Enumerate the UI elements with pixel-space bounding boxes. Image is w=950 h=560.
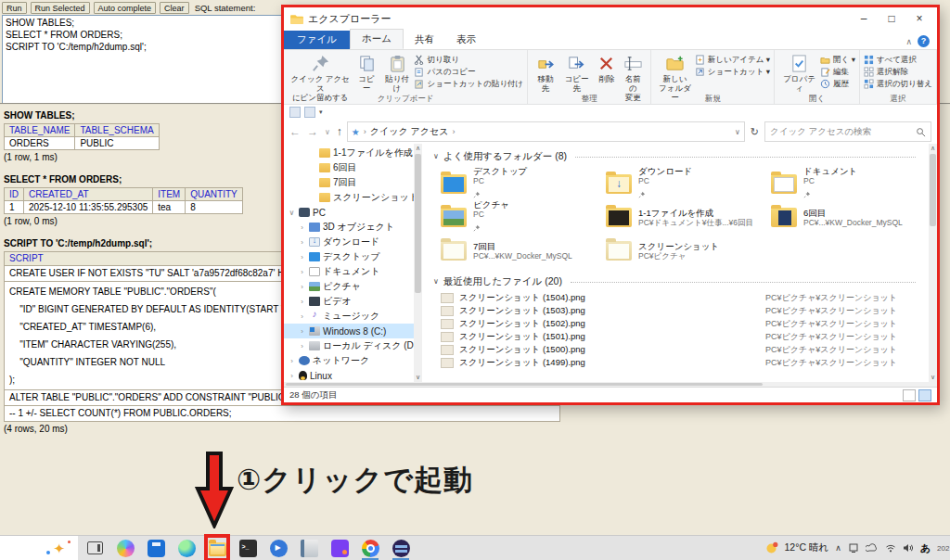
up-button[interactable]: ↑ bbox=[335, 125, 344, 138]
sidebar-item[interactable]: ›Windows 8 (C:) bbox=[284, 324, 414, 338]
ime-icon[interactable]: あ bbox=[920, 541, 931, 555]
volume-icon[interactable] bbox=[903, 543, 914, 553]
recent-locations-icon[interactable]: ∨ bbox=[323, 128, 332, 136]
history-button[interactable]: 履歴 bbox=[820, 78, 855, 89]
sidebar-item[interactable]: 6回目 bbox=[284, 160, 414, 175]
chevron-down-icon[interactable]: ∨ bbox=[433, 152, 439, 160]
sidebar-item[interactable]: 7回目 bbox=[284, 175, 414, 190]
clock[interactable]: 202 bbox=[937, 544, 950, 553]
sidebar-item[interactable]: ›デスクトップ bbox=[284, 249, 414, 264]
search-box[interactable]: ✦ bbox=[0, 536, 78, 560]
large-icons-view-icon[interactable] bbox=[918, 389, 931, 401]
edit-button[interactable]: 編集 bbox=[820, 66, 855, 77]
chevron-down-icon[interactable]: ∨ bbox=[433, 277, 439, 286]
tab-home[interactable]: ホーム bbox=[350, 29, 404, 49]
folder-tile[interactable]: デスクトップPC bbox=[441, 167, 606, 200]
recent-file-row[interactable]: スクリーンショット (1501).pngPC¥ピクチャ¥スクリーンショット bbox=[441, 330, 929, 343]
nav-scrollbar[interactable]: ∧ ∨ bbox=[414, 144, 422, 382]
expander-icon[interactable]: › bbox=[298, 283, 306, 291]
taskbar-eclipse-button[interactable] bbox=[390, 536, 412, 560]
horizontal-scrollbar[interactable] bbox=[284, 382, 937, 387]
taskbar-task-view-button[interactable] bbox=[83, 536, 106, 560]
expander-icon[interactable]: › bbox=[288, 372, 296, 380]
folder-tile[interactable]: ダウンロードPC bbox=[606, 167, 771, 200]
expander-icon[interactable]: › bbox=[298, 298, 306, 306]
search-input[interactable]: クイック アクセスの検索 bbox=[764, 121, 931, 142]
scrollbar-thumb[interactable] bbox=[286, 383, 763, 386]
sidebar-item[interactable]: ›ビデオ bbox=[284, 294, 414, 309]
title-bar[interactable]: エクスプローラー – □ × bbox=[284, 7, 937, 30]
section-recent-files[interactable]: ∨ 最近使用したファイル (20) bbox=[433, 274, 929, 288]
expander-icon[interactable]: › bbox=[298, 342, 306, 350]
scrollbar-thumb[interactable] bbox=[930, 154, 936, 226]
sidebar-item[interactable]: ›ドキュメント bbox=[284, 264, 414, 279]
expander-icon[interactable]: ∨ bbox=[288, 209, 296, 217]
sidebar-item[interactable]: ›ピクチャ bbox=[284, 279, 414, 294]
taskbar-store-button[interactable] bbox=[145, 536, 167, 560]
folder-tile[interactable]: スクリーンショットPC¥ピクチャ bbox=[606, 234, 771, 267]
expander-icon[interactable]: › bbox=[298, 312, 306, 321]
scroll-down-icon[interactable]: ∨ bbox=[929, 373, 937, 382]
select-none-button[interactable]: 選択解除 bbox=[864, 66, 932, 77]
tab-share[interactable]: 共有 bbox=[404, 31, 445, 49]
section-frequent-folders[interactable]: ∨ よく使用するフォルダー (8) bbox=[433, 149, 929, 163]
run-selected-button[interactable]: Run Selected bbox=[31, 2, 90, 14]
scroll-down-icon[interactable]: ∨ bbox=[414, 373, 422, 382]
taskbar-terminal-button[interactable] bbox=[237, 536, 259, 560]
recent-file-row[interactable]: スクリーンショット (1500).pngPC¥ピクチャ¥スクリーンショット bbox=[441, 343, 929, 356]
taskbar-purple-app-button[interactable] bbox=[328, 536, 351, 560]
cloud-icon[interactable] bbox=[866, 543, 879, 553]
open-button[interactable]: 開く ▾ bbox=[820, 54, 855, 65]
new-item-button[interactable]: 新しいアイテム ▾ bbox=[695, 54, 770, 65]
taskbar-notebook-button[interactable] bbox=[298, 536, 320, 560]
qat-properties-icon[interactable] bbox=[289, 107, 301, 118]
folder-tile[interactable]: 6回目PC¥...¥KW_Docker_MySQL bbox=[771, 200, 929, 234]
shortcut-button[interactable]: ショートカット ▾ bbox=[695, 66, 770, 77]
taskbar-copilot-button[interactable] bbox=[114, 536, 136, 560]
copy-path-button[interactable]: パスのコピー bbox=[414, 66, 523, 77]
properties-button[interactable]: プロパティ bbox=[778, 53, 820, 94]
qat-new-folder-icon[interactable] bbox=[304, 107, 315, 118]
maximize-button[interactable]: □ bbox=[878, 8, 905, 29]
taskbar-media-player-button[interactable] bbox=[267, 536, 289, 560]
recent-file-row[interactable]: スクリーンショット (1504).pngPC¥ピクチャ¥スクリーンショット bbox=[441, 291, 929, 304]
clear-button[interactable]: Clear bbox=[160, 2, 189, 14]
run-button[interactable]: Run bbox=[2, 2, 27, 14]
breadcrumb[interactable]: クイック アクセス bbox=[370, 125, 449, 138]
sidebar-item[interactable]: ›ネットワーク bbox=[284, 353, 414, 368]
recent-file-row[interactable]: スクリーンショット (1502).pngPC¥ピクチャ¥スクリーンショット bbox=[441, 317, 929, 330]
minimize-button[interactable]: – bbox=[850, 8, 878, 29]
expander-icon[interactable]: › bbox=[298, 223, 306, 232]
folder-tile[interactable]: ドキュメントPC bbox=[771, 167, 929, 200]
auto-complete-button[interactable]: Auto complete bbox=[94, 2, 157, 14]
taskbar-edge-button[interactable] bbox=[175, 536, 198, 560]
recent-file-row[interactable]: スクリーンショット (1499).pngPC¥ピクチャ¥スクリーンショット bbox=[441, 356, 929, 369]
taskbar-file-explorer-button[interactable] bbox=[206, 536, 228, 560]
content-scrollbar[interactable]: ∧ ∨ bbox=[929, 144, 937, 382]
tab-file[interactable]: ファイル bbox=[284, 31, 350, 49]
select-all-button[interactable]: すべて選択 bbox=[864, 54, 932, 65]
weather-text[interactable]: 12°C 晴れ bbox=[785, 541, 829, 554]
monitor-icon[interactable] bbox=[848, 542, 859, 554]
sidebar-item[interactable]: ›ダウンロード bbox=[284, 235, 414, 249]
folder-tile[interactable]: ピクチャPC bbox=[441, 200, 606, 234]
back-button[interactable]: ← bbox=[288, 125, 302, 138]
expander-icon[interactable]: › bbox=[298, 327, 306, 336]
refresh-icon[interactable]: ↻ bbox=[748, 126, 762, 138]
sidebar-item[interactable]: ›ローカル ディスク (D:) bbox=[284, 338, 414, 353]
chevron-up-icon[interactable]: ∧ bbox=[835, 543, 841, 553]
paste-shortcut-button[interactable]: ショートカットの貼り付け bbox=[414, 78, 523, 89]
move-to-button[interactable]: 移動先 bbox=[532, 53, 559, 94]
recent-file-row[interactable]: スクリーンショット (1503).pngPC¥ピクチャ¥スクリーンショット bbox=[441, 304, 929, 317]
paste-button[interactable]: 貼り付け bbox=[380, 53, 415, 94]
weather-icon[interactable] bbox=[765, 541, 778, 554]
sidebar-item[interactable]: ›Linux bbox=[284, 368, 414, 382]
tab-view[interactable]: 表示 bbox=[445, 31, 487, 49]
taskbar-chrome-button[interactable] bbox=[359, 536, 381, 560]
expander-icon[interactable]: › bbox=[298, 238, 306, 247]
close-button[interactable]: × bbox=[905, 8, 933, 29]
collapse-ribbon-icon[interactable]: ∧ bbox=[905, 37, 912, 46]
scrollbar-thumb[interactable] bbox=[415, 154, 421, 293]
help-icon[interactable]: ? bbox=[918, 35, 930, 47]
scroll-up-icon[interactable]: ∧ bbox=[929, 144, 937, 153]
